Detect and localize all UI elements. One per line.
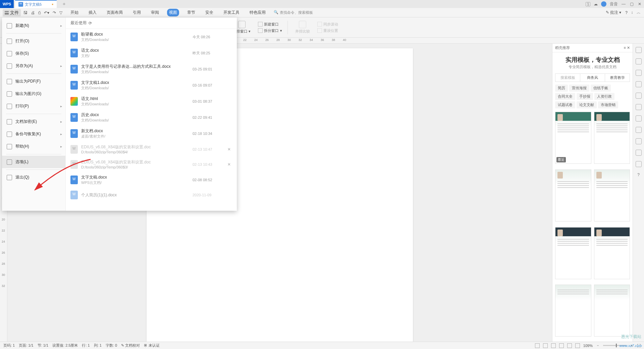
minimize-button[interactable]: — xyxy=(621,2,626,6)
refresh-icon[interactable]: ⟳ xyxy=(89,21,92,26)
status-section[interactable]: 节: 1/1 xyxy=(38,343,48,348)
ribbon-tab[interactable]: 特色应用 xyxy=(248,9,268,16)
rail-icon[interactable] xyxy=(636,58,642,64)
ribbon-tab[interactable]: 开始 xyxy=(68,9,80,16)
ribbon-tab[interactable]: 章节 xyxy=(185,9,197,16)
recent-file-item[interactable]: 个人简历(1)(1).docx2020-11-09 xyxy=(66,188,237,202)
document-tab[interactable]: 文字文稿5 • xyxy=(15,0,57,8)
style-icon[interactable]: ∶ xyxy=(632,10,633,15)
rail-icon[interactable] xyxy=(636,138,642,144)
rail-icon[interactable] xyxy=(636,104,642,110)
status-proof[interactable]: ✎ 文档校对 xyxy=(121,343,140,348)
template-tag[interactable]: 人资行政 xyxy=(594,93,614,100)
collapse-ribbon-icon[interactable]: ︿ xyxy=(637,10,641,15)
file-menu-button[interactable]: 文件 xyxy=(3,9,21,16)
file-menu-item[interactable]: 另存为(A)▸ xyxy=(2,60,65,72)
recent-file-item[interactable]: 文字文稿1.docx文档/Downloads/03-16 09:07 xyxy=(66,77,237,93)
template-thumb[interactable]: 最近 xyxy=(555,112,591,164)
recent-file-item[interactable]: 新文档.docx桌面/素材文件/02-18 10:34 xyxy=(66,126,237,142)
view-mode-icon[interactable] xyxy=(535,343,540,348)
status-pages[interactable]: 页面: 1/1 xyxy=(19,343,33,348)
close-button[interactable]: ✕ xyxy=(637,2,642,6)
panel-close-icon[interactable]: ✕ xyxy=(627,46,630,50)
rail-icon[interactable] xyxy=(636,70,642,76)
zoom-out[interactable]: － xyxy=(596,343,600,348)
recent-file-item[interactable]: 文字文稿.docxWPS云文档/02-08 08:52 xyxy=(66,172,237,188)
status-page[interactable]: 页码: 1 xyxy=(3,343,15,348)
status-words[interactable]: 字数: 0 xyxy=(106,343,117,348)
preview-icon[interactable]: ⎙ xyxy=(38,10,41,15)
view-mode-icon[interactable] xyxy=(543,343,548,348)
file-menu-item[interactable]: 打开(O) xyxy=(2,35,65,47)
undo-icon[interactable]: ↶▾ xyxy=(44,10,49,15)
recent-file-item[interactable]: EDIUS_v6.08_X64版的安装和设置.docD:/tools/360zi… xyxy=(66,157,237,172)
sync-icon[interactable]: ☁ xyxy=(594,2,598,6)
file-menu-item[interactable]: 文档加密(E)▸ xyxy=(2,115,65,128)
wps-logo[interactable]: WPS xyxy=(0,0,14,8)
ribbon-tab[interactable]: 开发工具 xyxy=(221,9,241,16)
rail-icon[interactable] xyxy=(636,150,642,156)
save-icon[interactable]: 🖫 xyxy=(23,10,28,15)
file-menu-item[interactable]: 备份与恢复(K)▸ xyxy=(2,128,65,140)
add-tab-button[interactable]: ＋ xyxy=(62,1,66,7)
user-name[interactable]: 音音 xyxy=(610,1,618,7)
template-thumb[interactable] xyxy=(594,285,630,337)
rail-icon[interactable] xyxy=(636,47,642,53)
template-tag[interactable]: 论文文献 xyxy=(577,101,597,108)
zoom-level[interactable]: 109% xyxy=(583,344,593,348)
file-menu-item[interactable]: 帮助(H)▸ xyxy=(2,140,65,153)
panel-settings-icon[interactable]: ≡ xyxy=(624,46,626,50)
ribbon-tab[interactable]: 引用 xyxy=(131,9,143,16)
status-pos[interactable]: 设置值: 2.5厘米 xyxy=(52,343,78,348)
template-thumb[interactable] xyxy=(555,227,591,279)
template-thumb[interactable] xyxy=(594,227,630,279)
rail-icon[interactable] xyxy=(636,127,642,133)
help-icon[interactable]: ? xyxy=(625,10,628,15)
recent-file-item[interactable]: 语文.docx文档/昨天 08:25 xyxy=(66,45,237,61)
file-menu-item[interactable]: 输出为图片(G) xyxy=(2,88,65,100)
file-menu-item[interactable]: 输出为PDF(F) xyxy=(2,75,65,88)
template-thumb[interactable] xyxy=(594,169,630,221)
dropdown-icon[interactable]: ▽ xyxy=(59,10,62,15)
ribbon-tab[interactable]: 视图 xyxy=(167,9,179,16)
ribbon-tab[interactable]: 插入 xyxy=(87,9,99,16)
file-menu-item[interactable]: 选项(L) xyxy=(2,156,65,168)
remove-recent-icon[interactable]: ✕ xyxy=(226,147,232,152)
recent-file-item[interactable]: 语文.html文档/Downloads/03-01 08:37 xyxy=(66,93,237,109)
remove-recent-icon[interactable]: ✕ xyxy=(226,162,232,167)
tool-split-window[interactable]: 拆分窗口 ▾ xyxy=(258,28,282,33)
view-mode-icon[interactable] xyxy=(567,343,572,348)
ribbon-tab[interactable]: 安全 xyxy=(203,9,215,16)
recent-file-item[interactable]: 历史.docx文档/Downloads/02-22 09:41 xyxy=(66,109,237,126)
template-search[interactable]: 搜索模板 xyxy=(555,74,580,82)
recent-file-item[interactable]: 文字是人类用符号记录表达...远的方式和工具.docx文档/Downloads/… xyxy=(66,61,237,77)
template-thumb[interactable] xyxy=(555,169,591,221)
template-tag[interactable]: 简历 xyxy=(555,85,568,92)
file-menu-item[interactable]: 退出(Q) xyxy=(2,171,65,184)
status-line[interactable]: 行: 1 xyxy=(82,343,90,348)
template-category[interactable]: 教育教学 xyxy=(605,74,630,82)
command-search[interactable]: 🔍 查找命令、搜索模板 xyxy=(274,10,313,15)
maximize-button[interactable]: ▢ xyxy=(629,2,634,6)
recent-file-item[interactable]: EDIUS_v6.08_X64版的安装和设置.docD:/tools/360zi… xyxy=(66,142,237,157)
template-thumb[interactable] xyxy=(555,285,591,337)
tool-new-window[interactable]: 新建窗口 xyxy=(258,22,282,27)
redo-icon[interactable]: ↷ xyxy=(53,10,56,15)
file-menu-item[interactable]: 新建(N)▸ xyxy=(2,19,65,32)
user-avatar[interactable] xyxy=(601,1,606,7)
file-menu-item[interactable]: 保存(S) xyxy=(2,47,65,60)
template-tag[interactable]: 试题试卷 xyxy=(555,101,575,108)
template-category[interactable]: 商务风 xyxy=(580,74,605,82)
rail-icon[interactable] xyxy=(636,161,642,167)
template-tag[interactable]: 市场营销 xyxy=(598,101,618,108)
recent-file-item[interactable]: 盼望着.docx文档/Downloads/今天 08:26 xyxy=(66,29,237,45)
ribbon-tab[interactable]: 页面布局 xyxy=(105,9,125,16)
notification-badge[interactable]: 1 xyxy=(586,2,590,6)
template-thumb[interactable] xyxy=(594,112,630,164)
file-menu-item[interactable]: 打印(P)▸ xyxy=(2,100,65,112)
rail-icon[interactable] xyxy=(636,115,642,121)
ribbon-tab[interactable]: 审阅 xyxy=(149,9,161,16)
view-mode-icon[interactable] xyxy=(559,343,564,348)
rail-icon[interactable] xyxy=(636,93,642,99)
view-mode-icon[interactable] xyxy=(575,343,580,348)
